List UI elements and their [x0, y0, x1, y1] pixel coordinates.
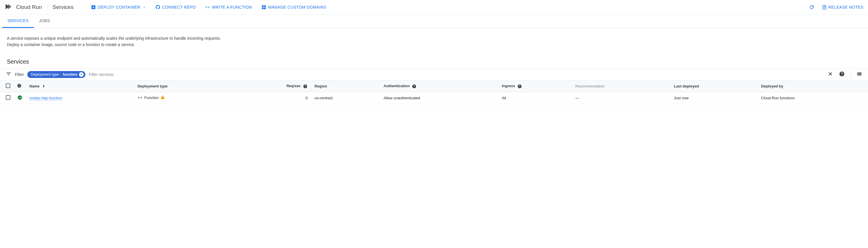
svg-point-2: [208, 7, 208, 7]
release-notes-label: RELEASE NOTES: [828, 5, 863, 9]
help-icon[interactable]: [412, 84, 416, 89]
notes-icon: [822, 5, 827, 10]
add-box-icon: [91, 5, 96, 10]
divider: [47, 4, 48, 11]
filter-bar: Filter Deployment type : function: [0, 68, 868, 81]
help-icon[interactable]: [517, 84, 522, 89]
chip-value: function: [63, 72, 77, 77]
svg-point-1: [207, 7, 208, 7]
recommendation-cell: —: [572, 92, 671, 104]
status-ok-icon: [17, 97, 23, 101]
col-req-sec[interactable]: Req/sec: [235, 81, 311, 92]
columns-icon: [857, 71, 862, 77]
content: A service exposes a unique endpoint and …: [0, 28, 868, 111]
refresh-button[interactable]: [809, 4, 814, 10]
filter-label: Filter: [15, 72, 24, 77]
logo-area: Cloud Run: [5, 3, 42, 11]
deployed-by-cell: Cloud Run functions: [757, 92, 868, 104]
filter-icon: [6, 71, 11, 78]
tabs: SERVICES JOBS: [0, 15, 868, 28]
domain-icon: [261, 5, 267, 10]
col-ingress[interactable]: Ingress: [498, 81, 572, 92]
svg-point-8: [140, 98, 140, 98]
close-icon: [828, 71, 833, 77]
write-function-button[interactable]: WRITE A FUNCTION: [205, 5, 252, 10]
services-table: Name Deployment type Req/sec Region Auth…: [0, 81, 868, 105]
help-icon: [839, 71, 845, 77]
cloud-run-logo-icon: [5, 3, 13, 11]
description-line2: Deploy a container image, source code or…: [7, 42, 861, 48]
toolbar: DEPLOY CONTAINER CONNECT REPO WRITE A FU…: [91, 5, 327, 10]
deploy-container-button[interactable]: DEPLOY CONTAINER: [91, 5, 146, 10]
release-notes-button[interactable]: RELEASE NOTES: [822, 5, 863, 10]
connect-repo-label: CONNECT REPO: [162, 5, 196, 9]
last-deployed-cell: Just now: [671, 92, 757, 104]
col-last-deployed[interactable]: Last deployed: [671, 81, 757, 92]
write-function-label: WRITE A FUNCTION: [212, 5, 252, 9]
help-button[interactable]: [839, 71, 845, 78]
filter-actions: [828, 71, 862, 78]
manage-domains-button[interactable]: MANAGE CUSTOM DOMAINS: [261, 5, 327, 10]
chevron-down-icon: [143, 5, 146, 9]
deploy-label: DEPLOY CONTAINER: [98, 5, 140, 9]
row-checkbox[interactable]: [6, 95, 10, 100]
table-row[interactable]: nodejs-http-function Function 0 us-centr…: [0, 92, 868, 104]
svg-point-9: [140, 98, 141, 98]
svg-point-0: [207, 7, 208, 7]
service-name-link[interactable]: nodejs-http-function: [29, 96, 62, 101]
chip-remove-button[interactable]: [79, 72, 84, 77]
function-icon: [137, 95, 143, 100]
close-icon: [80, 73, 83, 76]
filter-chip[interactable]: Deployment type : function: [27, 71, 85, 78]
filter-input[interactable]: [89, 72, 824, 77]
col-name[interactable]: Name: [26, 81, 134, 92]
clear-filters-button[interactable]: [828, 71, 833, 78]
svg-point-7: [140, 98, 140, 98]
region-cell: us-central1: [311, 92, 380, 104]
header: Cloud Run Services DEPLOY CONTAINER CONN…: [0, 0, 868, 15]
auth-cell: Allow unauthenticated: [380, 92, 499, 104]
col-deployed-by[interactable]: Deployed by: [757, 81, 868, 92]
status-header-icon: [17, 84, 21, 88]
page-title: Services: [53, 4, 73, 10]
warning-icon: [160, 95, 165, 101]
chip-key: Deployment type :: [31, 72, 61, 77]
product-name: Cloud Run: [16, 4, 42, 10]
separator: [850, 71, 851, 78]
deployment-type-cell: Function: [137, 95, 165, 101]
col-recommendation[interactable]: Recommendation: [572, 81, 671, 92]
req-sec-cell: 0: [235, 92, 311, 104]
column-settings-button[interactable]: [857, 71, 862, 78]
connect-repo-button[interactable]: CONNECT REPO: [155, 5, 196, 10]
github-icon: [155, 5, 160, 10]
ingress-cell: All: [498, 92, 572, 104]
col-deployment-type[interactable]: Deployment type: [134, 81, 235, 92]
header-right: RELEASE NOTES: [809, 4, 863, 10]
select-all-checkbox[interactable]: [6, 83, 10, 88]
col-region[interactable]: Region: [311, 81, 380, 92]
function-icon: [205, 5, 210, 10]
tab-services[interactable]: SERVICES: [2, 15, 34, 28]
description-line1: A service exposes a unique endpoint and …: [7, 35, 861, 42]
table-header-row: Name Deployment type Req/sec Region Auth…: [0, 81, 868, 92]
sort-arrow-icon: [40, 84, 46, 88]
tab-jobs[interactable]: JOBS: [34, 15, 55, 28]
svg-point-6: [18, 95, 22, 100]
section-title: Services: [7, 58, 861, 65]
refresh-icon: [809, 4, 814, 10]
manage-domains-label: MANAGE CUSTOM DOMAINS: [268, 5, 327, 9]
col-authentication[interactable]: Authentication: [380, 81, 499, 92]
help-icon[interactable]: [303, 84, 308, 89]
